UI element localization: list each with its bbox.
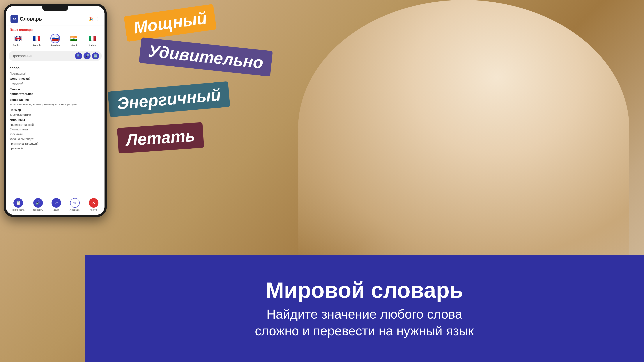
word-label: слово [10, 66, 101, 71]
share-button[interactable]: ↗ [52, 198, 61, 208]
more-options-icon[interactable]: ⋮ [96, 16, 100, 21]
app-title: Словарь [20, 16, 42, 22]
label-italian: Italian [89, 44, 96, 47]
flag-russian: 🇷🇺 [50, 34, 60, 43]
search-input[interactable]: Прекрасный [12, 54, 74, 58]
copy-label: копировать [12, 208, 24, 211]
flag-hindi: 🇮🇳 [69, 34, 78, 43]
language-section-title: Язык словаря [10, 28, 101, 32]
clear-label: Чисто [90, 208, 97, 211]
favorite-label: любимый [70, 208, 80, 211]
definition-text: эстетическое удовлетворение чувств или р… [10, 102, 101, 107]
clear-button[interactable]: ✕ [89, 198, 98, 208]
search-bar[interactable]: Прекрасный 🔍 🎤 🔤 [9, 51, 102, 61]
lang-italian[interactable]: 🇮🇹 Italian [84, 34, 101, 47]
favorite-button[interactable]: ☆ [70, 198, 80, 208]
toolbar-clear[interactable]: ✕ Чисто [89, 198, 98, 211]
synonyms-label: синонимы [10, 118, 101, 122]
app-title-row: Az Словарь [10, 15, 42, 23]
example-label: Пример [10, 108, 101, 112]
synonym-6: приятный [10, 146, 101, 151]
copy-button[interactable]: 📋 [14, 198, 23, 208]
toolbar-favorite[interactable]: ☆ любимый [70, 198, 80, 211]
word-value: Прекрасный [10, 71, 101, 76]
label-french: French [32, 44, 41, 47]
label-hindi: Hindi [71, 44, 77, 47]
toolbar-copy[interactable]: 📋 копировать [12, 198, 24, 211]
lang-russian[interactable]: 🇷🇺 Russian [47, 34, 64, 47]
phonetic-value: щедрый [10, 81, 101, 86]
synonym-3: красивый [10, 132, 101, 137]
phone-notch [42, 6, 68, 11]
party-icon[interactable]: 🎉 [89, 16, 94, 21]
search-button[interactable]: 🔍 [75, 52, 82, 60]
translate-button[interactable]: 🔤 [92, 52, 99, 60]
lang-english[interactable]: 🇬🇧 English... [10, 34, 26, 47]
flag-french: 🇫🇷 [32, 34, 42, 43]
example-text: красивые стихи [10, 112, 101, 117]
banner-title: Мировой словарь [266, 278, 463, 302]
flag-italian: 🇮🇹 [88, 34, 97, 43]
header-icons: 🎉 ⋮ [89, 16, 100, 21]
az-icon: Az [10, 15, 18, 23]
label-russian: Russian [50, 44, 60, 47]
share-label: доля [54, 208, 59, 211]
phonetic-label: фонетический [10, 76, 101, 81]
language-options: 🇬🇧 English... 🇫🇷 French 🇷🇺 Russian 🇮🇳 Hi… [10, 34, 101, 47]
mic-button[interactable]: 🎤 [84, 52, 90, 60]
speak-button[interactable]: 🔊 [33, 198, 43, 208]
synonym-2: Симпатичная [10, 127, 101, 132]
toolbar-share[interactable]: ↗ доля [52, 198, 61, 211]
synonym-4: хорошо выглядит [10, 137, 101, 142]
woman-figure [298, 0, 629, 258]
synonym-1: привлекательный [10, 122, 101, 127]
label-english: English... [13, 44, 23, 47]
definition-label: определение [10, 98, 101, 102]
speak-label: говорить [33, 208, 43, 211]
bottom-banner: Мировой словарь Найдите значение любого … [85, 255, 644, 362]
toolbar-speak[interactable]: 🔊 говорить [33, 198, 43, 211]
synonym-5: приятно выглядящий [10, 141, 101, 146]
banner-subtitle: Найдите значение любого словасложно и пе… [255, 306, 474, 340]
phone-mockup: Az Словарь 🎉 ⋮ Язык словаря 🇬🇧 English..… [4, 4, 107, 217]
phone-screen: Az Словарь 🎉 ⋮ Язык словаря 🇬🇧 English..… [6, 6, 104, 215]
meaning-label: Смысл прилагательное [10, 87, 101, 96]
language-section: Язык словаря 🇬🇧 English... 🇫🇷 French 🇷🇺 … [6, 26, 104, 49]
lang-hindi[interactable]: 🇮🇳 Hindi [66, 34, 82, 47]
lang-french[interactable]: 🇫🇷 French [28, 34, 45, 47]
dictionary-content: слово Прекрасный фонетический щедрый Смы… [6, 63, 104, 196]
bottom-toolbar: 📋 копировать 🔊 говорить ↗ доля ☆ любимый… [6, 196, 104, 215]
flag-english: 🇬🇧 [13, 34, 23, 43]
